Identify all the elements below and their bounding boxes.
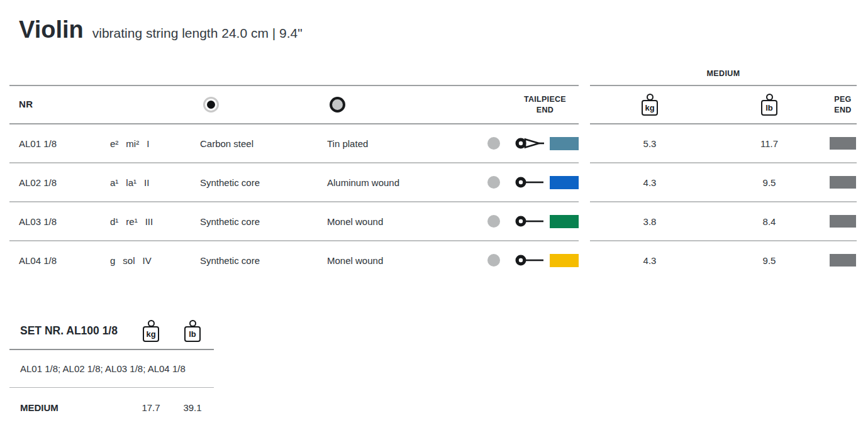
cell-note: g sol IV (110, 255, 200, 266)
tailpiece-color-swatch (550, 176, 579, 189)
kg-weight-icon-label: kg (143, 326, 159, 342)
cell-nr: AL02 1/8 (9, 177, 110, 188)
note-position: III (145, 216, 153, 227)
column-header-tailpiece-end: TAILPIECE END (453, 94, 579, 116)
note-pitch: g (110, 255, 115, 266)
string-spec-table: NR TAILPIECE END AL01 1/8 e² mi² I Carbo… (9, 85, 579, 279)
cell-tension-lb: 11.7 (709, 138, 829, 149)
lb-weight-icon-label: lb (761, 100, 777, 116)
cell-winding-material: Monel wound (327, 255, 453, 266)
ball-end-icon (515, 214, 545, 229)
cell-tension-kg: 5.3 (590, 138, 709, 149)
tailpiece-color-swatch (550, 215, 579, 228)
table-row: AL04 1/8 g sol IV Synthetic core Monel w… (9, 241, 579, 279)
tension-table: kg lb PEG END 5.3 11.7 4.3 9.5 3.8 (590, 85, 857, 279)
set-column-kg: kg (129, 320, 173, 342)
set-header-row: SET NR. AL100 1/8 kg lb (9, 313, 214, 350)
cell-core-material: Carbon steel (200, 138, 327, 149)
table-header-row: NR TAILPIECE END (9, 85, 579, 124)
cell-tailpiece-end (453, 214, 579, 229)
winding-material-icon (330, 97, 345, 113)
ball-end-icon (515, 175, 545, 190)
column-header-lb: lb (709, 94, 829, 116)
cell-note: d¹ re¹ III (110, 216, 200, 227)
set-tension-kg: 17.7 (129, 402, 173, 413)
cell-nr: AL01 1/8 (9, 138, 110, 149)
ball-end-icon (515, 253, 545, 268)
page-header: Violin vibrating string length 24.0 cm |… (19, 18, 303, 41)
cell-tension-kg: 4.3 (590, 255, 709, 266)
tension-row: 5.3 11.7 (590, 124, 857, 163)
tension-row: 4.3 9.5 (590, 241, 857, 279)
lb-weight-icon: lb (761, 94, 777, 116)
set-contents: AL01 1/8; AL02 1/8; AL03 1/8; AL04 1/8 (9, 350, 214, 388)
tailpiece-end-label-line2: END (524, 105, 566, 116)
note-solfege: sol (123, 255, 135, 266)
note-pitch: e² (110, 138, 118, 149)
peg-end-color-swatch (830, 215, 856, 228)
note-position: IV (143, 255, 152, 266)
note-position: II (144, 177, 149, 188)
cell-tension-lb: 9.5 (709, 255, 829, 266)
tension-group-label: MEDIUM (590, 69, 857, 78)
cell-core-material: Synthetic core (200, 255, 327, 266)
core-material-icon (203, 97, 219, 113)
string-dot-icon (487, 215, 500, 228)
cell-nr: AL04 1/8 (9, 255, 110, 266)
cell-tension-lb: 9.5 (709, 177, 829, 188)
cell-tension-lb: 8.4 (709, 216, 829, 227)
cell-peg-end (829, 176, 857, 189)
peg-end-color-swatch (830, 176, 856, 189)
cell-peg-end (829, 137, 857, 150)
note-pitch: d¹ (110, 216, 118, 227)
tension-row: 4.3 9.5 (590, 163, 857, 202)
string-dot-icon (487, 137, 500, 150)
set-summary-block: SET NR. AL100 1/8 kg lb AL01 1/8; AL02 1… (9, 313, 214, 427)
set-title: SET NR. AL100 1/8 (9, 324, 129, 338)
cell-tailpiece-end (453, 253, 579, 268)
lb-weight-icon: lb (184, 320, 201, 342)
tension-header-row: kg lb PEG END (590, 85, 857, 124)
cell-tension-kg: 3.8 (590, 216, 709, 227)
cell-tailpiece-end (453, 136, 579, 151)
table-row: AL02 1/8 a¹ la¹ II Synthetic core Alumin… (9, 163, 579, 202)
column-header-winding (327, 97, 453, 113)
cell-winding-material: Aluminum wound (327, 177, 453, 188)
page-subtitle: vibrating string length 24.0 cm | 9.4" (92, 26, 303, 41)
cell-tension-kg: 4.3 (590, 177, 709, 188)
note-solfege: re¹ (126, 216, 137, 227)
string-dot-icon (487, 176, 500, 189)
kg-weight-icon-label: kg (642, 100, 658, 116)
cell-core-material: Synthetic core (200, 177, 327, 188)
table-row: AL01 1/8 e² mi² I Carbon steel Tin plate… (9, 124, 579, 163)
column-header-nr: NR (9, 98, 110, 111)
note-solfege: la¹ (126, 177, 136, 188)
column-header-core (200, 97, 327, 113)
note-solfege: mi² (126, 138, 139, 149)
note-pitch: a¹ (110, 177, 118, 188)
cell-note: e² mi² I (110, 138, 200, 149)
tailpiece-color-swatch (550, 137, 579, 150)
cell-peg-end (829, 254, 857, 267)
set-gauge-label: MEDIUM (9, 402, 129, 413)
lb-weight-icon-label: lb (184, 326, 201, 342)
note-position: I (147, 138, 149, 149)
peg-end-label-line1: PEG (834, 94, 851, 105)
kg-weight-icon: kg (642, 94, 658, 116)
set-column-lb: lb (173, 320, 212, 342)
tailpiece-color-swatch (550, 254, 579, 267)
column-header-kg: kg (590, 94, 709, 116)
string-dot-icon (487, 254, 500, 267)
core-material-icon-dot (207, 101, 215, 109)
loop-end-icon (515, 136, 545, 151)
cell-tailpiece-end (453, 175, 579, 190)
table-row: AL03 1/8 d¹ re¹ III Synthetic core Monel… (9, 202, 579, 241)
cell-core-material: Synthetic core (200, 216, 327, 227)
tension-row: 3.8 8.4 (590, 202, 857, 241)
kg-weight-icon: kg (143, 320, 159, 342)
cell-winding-material: Tin plated (327, 138, 453, 149)
page-title: Violin (19, 18, 84, 41)
tailpiece-end-label-line1: TAILPIECE (524, 94, 566, 105)
peg-end-label-line2: END (834, 105, 851, 116)
cell-peg-end (829, 215, 857, 228)
